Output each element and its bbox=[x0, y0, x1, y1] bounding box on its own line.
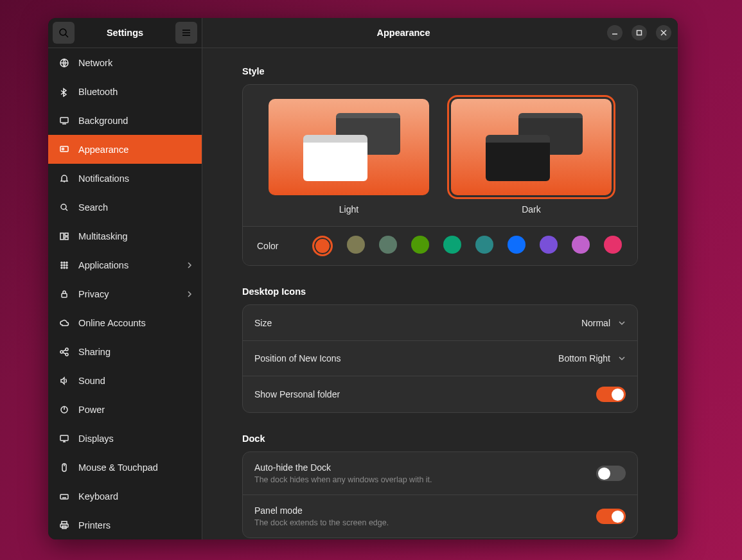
grid-icon bbox=[57, 260, 71, 270]
color-swatch[interactable] bbox=[411, 236, 429, 254]
color-swatch[interactable] bbox=[604, 236, 622, 254]
appearance-icon bbox=[57, 144, 71, 155]
svg-line-29 bbox=[63, 350, 66, 351]
label-autohide: Auto-hide the Dock bbox=[254, 462, 596, 473]
main-panel: Appearance Style Light bbox=[202, 18, 678, 539]
sidebar-item-label: Privacy bbox=[78, 289, 186, 299]
sidebar-item-label: Displays bbox=[78, 433, 193, 444]
sidebar-item-displays[interactable]: Displays bbox=[48, 424, 202, 453]
svg-rect-25 bbox=[62, 293, 67, 297]
printer-icon bbox=[57, 520, 71, 530]
sidebar-item-notifications[interactable]: Notifications bbox=[48, 164, 202, 193]
sidebar-item-keyboard[interactable]: Keyboard bbox=[48, 482, 202, 511]
sidebar-item-bluetooth[interactable]: Bluetooth bbox=[48, 77, 202, 106]
maximize-icon bbox=[636, 30, 642, 36]
sidebar-item-label: Sound bbox=[78, 376, 193, 386]
minimize-button[interactable] bbox=[607, 25, 623, 40]
sidebar: Settings NetworkBluetoothBackgroundAppea… bbox=[48, 18, 202, 539]
style-label-dark: Dark bbox=[522, 204, 541, 214]
settings-window: Settings NetworkBluetoothBackgroundAppea… bbox=[48, 18, 678, 539]
close-button[interactable] bbox=[656, 25, 671, 40]
color-swatch[interactable] bbox=[508, 236, 526, 254]
menu-button[interactable] bbox=[175, 22, 197, 44]
svg-rect-6 bbox=[60, 118, 68, 123]
sidebar-item-multitasking[interactable]: Multitasking bbox=[48, 222, 202, 250]
color-swatch[interactable] bbox=[475, 236, 493, 254]
sidebar-item-power[interactable]: Power bbox=[48, 395, 202, 424]
sidebar-item-label: Background bbox=[78, 116, 193, 126]
toggle-panel-mode[interactable] bbox=[596, 509, 626, 524]
svg-rect-38 bbox=[60, 494, 68, 499]
sidebar-item-search[interactable]: Search bbox=[48, 193, 202, 222]
label-position: Position of New Icons bbox=[254, 353, 558, 363]
display-icon bbox=[57, 116, 71, 126]
content: Style Light Dark bbox=[202, 48, 678, 539]
label-size: Size bbox=[254, 318, 581, 328]
style-options: Light Dark bbox=[243, 85, 637, 226]
row-size[interactable]: Size Normal bbox=[243, 305, 637, 340]
sidebar-item-printers[interactable]: Printers bbox=[48, 511, 202, 539]
sidebar-item-label: Multitasking bbox=[78, 231, 193, 241]
svg-line-30 bbox=[63, 353, 66, 354]
sidebar-item-online-accounts[interactable]: Online Accounts bbox=[48, 308, 202, 337]
sidebar-item-label: Online Accounts bbox=[78, 318, 193, 328]
sidebar-item-mouse-touchpad[interactable]: Mouse & Touchpad bbox=[48, 453, 202, 482]
desktop-icons-panel: Size Normal Position of New Icons Bottom… bbox=[242, 304, 638, 413]
search-button[interactable] bbox=[53, 22, 75, 44]
svg-point-20 bbox=[64, 265, 65, 266]
chevron-down-icon bbox=[618, 319, 626, 327]
sidebar-item-applications[interactable]: Applications bbox=[48, 250, 202, 279]
svg-point-27 bbox=[66, 348, 68, 351]
toggle-autohide[interactable] bbox=[596, 466, 626, 481]
chevron-down-icon bbox=[618, 354, 626, 362]
mouse-icon bbox=[57, 462, 71, 473]
svg-point-17 bbox=[64, 262, 65, 263]
multitask-icon bbox=[57, 231, 71, 241]
cloud-icon bbox=[57, 318, 71, 328]
svg-point-16 bbox=[61, 262, 62, 263]
svg-point-28 bbox=[66, 353, 68, 356]
sidebar-item-label: Sharing bbox=[78, 347, 193, 357]
style-option-light[interactable]: Light bbox=[269, 99, 429, 214]
lock-icon bbox=[57, 289, 71, 299]
svg-line-1 bbox=[66, 35, 68, 37]
sidebar-item-network[interactable]: Network bbox=[48, 48, 202, 77]
sidebar-item-privacy[interactable]: Privacy bbox=[48, 279, 202, 308]
app-title: Settings bbox=[75, 28, 175, 38]
search-icon bbox=[57, 202, 71, 213]
sidebar-item-label: Notifications bbox=[78, 173, 193, 184]
sidebar-item-background[interactable]: Background bbox=[48, 106, 202, 135]
color-swatch[interactable] bbox=[572, 236, 590, 254]
color-swatch[interactable] bbox=[347, 236, 365, 254]
light-thumbnail bbox=[269, 99, 429, 195]
row-position[interactable]: Position of New Icons Bottom Right bbox=[243, 340, 637, 376]
sidebar-item-label: Bluetooth bbox=[78, 87, 193, 97]
style-option-dark[interactable]: Dark bbox=[451, 99, 612, 214]
color-swatch[interactable] bbox=[312, 236, 333, 256]
color-swatch[interactable] bbox=[443, 236, 461, 254]
sidebar-item-label: Applications bbox=[78, 260, 186, 270]
style-label-light: Light bbox=[339, 204, 358, 214]
style-panel: Light Dark Color bbox=[242, 84, 638, 266]
svg-point-9 bbox=[62, 148, 64, 150]
sidebar-item-sharing[interactable]: Sharing bbox=[48, 337, 202, 366]
color-label: Color bbox=[257, 241, 308, 251]
power-icon bbox=[57, 405, 71, 415]
row-autohide: Auto-hide the Dock The dock hides when a… bbox=[243, 452, 637, 494]
sound-icon bbox=[57, 376, 71, 386]
sidebar-item-sound[interactable]: Sound bbox=[48, 366, 202, 395]
sidebar-item-label: Power bbox=[78, 405, 193, 415]
keyboard-icon bbox=[57, 491, 71, 502]
sidebar-item-label: Mouse & Touchpad bbox=[78, 462, 193, 473]
svg-line-12 bbox=[66, 209, 67, 211]
color-swatch[interactable] bbox=[379, 236, 397, 254]
minimize-icon bbox=[612, 30, 618, 36]
section-title-dock: Dock bbox=[242, 433, 638, 444]
value-position: Bottom Right bbox=[558, 353, 610, 363]
row-personal-folder: Show Personal folder bbox=[243, 376, 637, 412]
sub-autohide: The dock hides when any windows overlap … bbox=[254, 475, 596, 484]
maximize-button[interactable] bbox=[632, 25, 647, 40]
sidebar-item-appearance[interactable]: Appearance bbox=[48, 135, 202, 164]
color-swatch[interactable] bbox=[540, 236, 558, 254]
toggle-personal-folder[interactable] bbox=[596, 387, 626, 402]
